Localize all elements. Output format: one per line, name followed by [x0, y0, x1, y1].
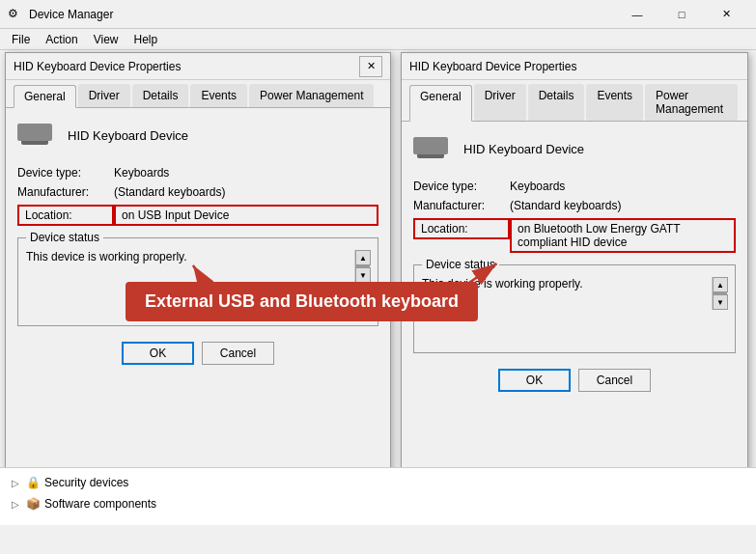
prop-manufacturer-left: Manufacturer: (Standard keyboards) [17, 185, 378, 199]
window-title: Device Manager [29, 8, 615, 21]
expand-software-icon: ▷ [8, 496, 23, 512]
properties-left: Device type: Keyboards Manufacturer: (St… [17, 166, 378, 226]
prop-label-manufacturer-left: Manufacturer: [17, 185, 114, 199]
status-text-left: This device is working properly. [26, 250, 354, 283]
tab-details-left[interactable]: Details [132, 84, 189, 107]
scroll-down-left[interactable]: ▼ [355, 267, 371, 283]
device-name-left: HID Keyboard Device [68, 128, 188, 143]
expand-security-icon: ▷ [8, 475, 23, 490]
dialog-left-titlebar: HID Keyboard Device Properties ✕ [6, 53, 390, 80]
tree-item-security[interactable]: ▷ 🔒 Security devices [0, 472, 756, 493]
tab-events-right[interactable]: Events [586, 84, 643, 121]
dialogs-area: HID Keyboard Device Properties ✕ General… [0, 50, 756, 525]
dialog-right-buttons: OK Cancel [413, 361, 736, 396]
title-bar: ⚙ Device Manager ― □ ✕ [0, 0, 756, 29]
dialog-right-tabs: General Driver Details Events Power Mana… [402, 80, 747, 122]
close-button[interactable]: ✕ [704, 0, 748, 29]
tab-driver-left[interactable]: Driver [78, 84, 130, 107]
prop-value-location-left: on USB Input Device [114, 205, 378, 226]
window-icon: ⚙ [8, 7, 23, 22]
scroll-down-right[interactable]: ▼ [713, 294, 728, 310]
menu-view[interactable]: View [86, 31, 126, 48]
ok-button-right[interactable]: OK [498, 369, 571, 392]
scrollbar-left[interactable]: ▲ ▼ [354, 250, 370, 283]
prop-location-left: Location: on USB Input Device [17, 205, 378, 226]
status-legend-left: Device status [26, 231, 103, 244]
security-icon: 🔒 [25, 475, 41, 490]
dialog-right-titlebar: HID Keyboard Device Properties [402, 53, 747, 80]
software-icon: 📦 [25, 496, 41, 512]
prop-label-device-type-right: Device type: [413, 180, 510, 193]
menu-help[interactable]: Help [126, 31, 166, 48]
keyboard-icon-left [17, 124, 56, 147]
security-label: Security devices [44, 476, 128, 489]
maximize-button[interactable]: □ [659, 0, 704, 29]
prop-label-device-type-left: Device type: [17, 166, 114, 180]
status-legend-right: Device status [422, 258, 499, 271]
dialog-left: HID Keyboard Device Properties ✕ General… [5, 52, 391, 486]
menu-file[interactable]: File [4, 31, 38, 48]
prop-label-location-left: Location: [17, 205, 114, 226]
tab-power-right[interactable]: Power Management [645, 84, 738, 121]
cancel-button-left[interactable]: Cancel [202, 342, 274, 365]
status-scroll-left: This device is working properly. ▲ ▼ [26, 250, 370, 283]
ok-button-left[interactable]: OK [122, 342, 194, 365]
software-label: Software components [44, 497, 156, 511]
menu-bar: File Action View Help [0, 29, 756, 50]
tab-events-left[interactable]: Events [190, 84, 247, 107]
device-name-right: HID Keyboard Device [463, 142, 584, 156]
prop-value-location-right: on Bluetooth Low Energy GATT compliant H… [510, 218, 736, 253]
menu-action[interactable]: Action [38, 31, 85, 48]
dialog-right: HID Keyboard Device Properties General D… [401, 52, 748, 486]
minimize-button[interactable]: ― [615, 0, 659, 29]
prop-value-device-type-left: Keyboards [114, 166, 378, 180]
prop-label-manufacturer-right: Manufacturer: [413, 199, 510, 212]
device-header-right: HID Keyboard Device [413, 133, 736, 164]
tab-general-left[interactable]: General [14, 85, 76, 108]
prop-label-location-right: Location: [413, 218, 510, 239]
keyboard-icon-right [413, 137, 452, 160]
prop-value-manufacturer-right: (Standard keyboards) [510, 199, 736, 212]
dialog-left-tabs: General Driver Details Events Power Mana… [6, 80, 390, 108]
prop-value-device-type-right: Keyboards [510, 180, 736, 193]
dialog-left-buttons: OK Cancel [17, 334, 378, 369]
prop-location-right: Location: on Bluetooth Low Energy GATT c… [413, 218, 736, 253]
dialog-right-body: HID Keyboard Device Device type: Keyboar… [402, 122, 747, 407]
tab-general-right[interactable]: General [409, 85, 472, 122]
dialog-right-title: HID Keyboard Device Properties [409, 60, 740, 73]
annotation-banner: External USB and Bluetooth keyboard [126, 282, 478, 321]
scrollbar-right[interactable]: ▲ ▼ [712, 277, 727, 310]
device-header-left: HID Keyboard Device [17, 120, 378, 151]
dialog-left-title: HID Keyboard Device Properties [14, 60, 359, 73]
tab-power-left[interactable]: Power Management [249, 84, 374, 107]
prop-manufacturer-right: Manufacturer: (Standard keyboards) [413, 199, 736, 212]
prop-value-manufacturer-left: (Standard keyboards) [114, 185, 378, 199]
dialog-left-body: HID Keyboard Device Device type: Keyboar… [6, 108, 390, 380]
scroll-up-right[interactable]: ▲ [713, 277, 728, 292]
tree-item-software[interactable]: ▷ 📦 Software components [0, 493, 756, 514]
scroll-up-left[interactable]: ▲ [355, 250, 371, 265]
device-tree: ▷ 🔒 Security devices ▷ 📦 Software compon… [0, 467, 756, 525]
title-bar-controls: ― □ ✕ [615, 0, 748, 29]
tab-driver-right[interactable]: Driver [474, 84, 526, 121]
cancel-button-right[interactable]: Cancel [578, 369, 651, 392]
prop-device-type-left: Device type: Keyboards [17, 166, 378, 180]
dialog-left-close[interactable]: ✕ [359, 56, 382, 77]
prop-device-type-right: Device type: Keyboards [413, 180, 736, 193]
properties-right: Device type: Keyboards Manufacturer: (St… [413, 180, 736, 253]
tab-details-right[interactable]: Details [528, 84, 585, 121]
